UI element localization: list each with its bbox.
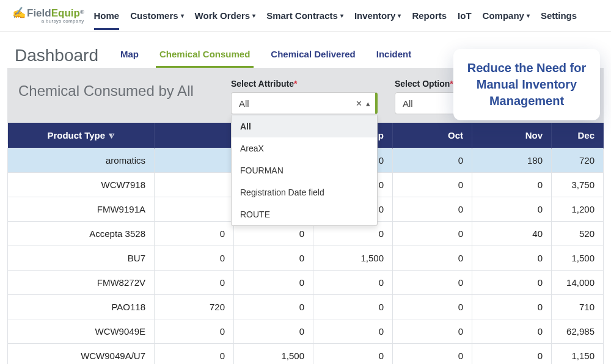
- column-header[interactable]: Dec: [552, 123, 604, 148]
- nav-item-label: Reports: [412, 10, 447, 21]
- column-header[interactable]: Nov: [472, 123, 552, 148]
- nav-item-home[interactable]: Home: [94, 2, 120, 29]
- chevron-down-icon: ▾: [398, 12, 401, 19]
- nav-item-label: Settings: [541, 10, 577, 21]
- cell: [155, 148, 234, 173]
- logo-equip: Equip: [51, 7, 80, 19]
- select-option-value: All: [403, 98, 413, 109]
- cell: 0: [155, 319, 234, 344]
- tab-incident[interactable]: Incident: [375, 43, 413, 68]
- cell: 720: [552, 148, 604, 173]
- column-header-label: Product Type: [47, 130, 105, 140]
- cell: 0: [393, 148, 472, 173]
- cell: 0: [393, 173, 472, 197]
- logo-field: Field: [27, 7, 51, 19]
- cell: 0: [393, 222, 472, 246]
- cell: 0: [313, 295, 393, 319]
- dropdown-item[interactable]: FOURMAN: [232, 159, 377, 181]
- column-header[interactable]: [155, 123, 234, 148]
- cell: 0: [313, 319, 393, 344]
- cell: BU7: [8, 246, 155, 271]
- caret-up-icon[interactable]: ▴: [366, 99, 370, 108]
- nav-item-inventory[interactable]: Inventory▾: [354, 2, 401, 29]
- cell: 0: [313, 344, 393, 365]
- tab-chemical-delivered[interactable]: Chemical Delivered: [269, 43, 356, 68]
- cell: 0: [234, 295, 313, 319]
- callout-card: Reduce the Need for Manual Inventory Man…: [453, 49, 600, 120]
- logo-swirl-icon: ✍: [12, 7, 26, 18]
- cell: 0: [234, 319, 313, 344]
- field-select-option: Select Option* All: [395, 79, 462, 114]
- nav-item-reports[interactable]: Reports: [412, 2, 447, 29]
- cell: 710: [552, 295, 604, 319]
- filter-icon[interactable]: ⧨: [109, 132, 114, 139]
- table-row[interactable]: FMW8272V0000014,000: [8, 271, 604, 295]
- nav-item-company[interactable]: Company▾: [483, 2, 530, 29]
- cell: [155, 173, 234, 197]
- cell: 0: [155, 271, 234, 295]
- cell: 1,200: [552, 197, 604, 222]
- nav-item-smart-contracts[interactable]: Smart Contracts▾: [266, 2, 343, 29]
- cell: [155, 197, 234, 222]
- table-row[interactable]: WCW9049E0000062,985: [8, 319, 604, 344]
- cell: Accepta 3528: [8, 222, 155, 246]
- table-row[interactable]: BU7001,500001,500: [8, 246, 604, 271]
- column-header[interactable]: Product Type⧨: [8, 123, 155, 148]
- top-nav: ✍FieldEquip® a bursys company HomeCustom…: [0, 0, 611, 32]
- cell: WCW9049A/U7: [8, 344, 155, 365]
- tabs: MapChemical ConsumedChemical DeliveredIn…: [119, 43, 412, 68]
- chevron-down-icon: ▾: [527, 12, 530, 19]
- cell: 14,000: [552, 271, 604, 295]
- chevron-down-icon: ▾: [181, 12, 184, 19]
- cell: WCW9049E: [8, 319, 155, 344]
- cell: 0: [155, 344, 234, 365]
- brand-logo[interactable]: ✍FieldEquip® a bursys company: [12, 7, 84, 24]
- cell: 0: [393, 344, 472, 365]
- column-header[interactable]: Oct: [393, 123, 472, 148]
- cell: 0: [155, 222, 234, 246]
- clear-icon[interactable]: ✕: [356, 99, 362, 108]
- label-select-attribute: Select Attribute*: [231, 79, 378, 89]
- nav-items: HomeCustomers▾Work Orders▾Smart Contract…: [94, 2, 577, 29]
- tab-chemical-consumed[interactable]: Chemical Consumed: [158, 43, 251, 68]
- nav-item-label: Home: [94, 10, 120, 21]
- nav-item-customers[interactable]: Customers▾: [130, 2, 183, 29]
- callout-text: Reduce the Need for Manual Inventory Man…: [467, 61, 586, 107]
- dropdown-item[interactable]: AreaX: [232, 137, 377, 159]
- required-asterisk: *: [294, 79, 297, 89]
- cell: 0: [472, 319, 552, 344]
- cell: 0: [234, 271, 313, 295]
- logo-reg: ®: [80, 9, 84, 15]
- nav-item-label: Company: [483, 10, 524, 21]
- cell: 0: [472, 295, 552, 319]
- nav-item-work-orders[interactable]: Work Orders▾: [195, 2, 256, 29]
- cell: 0: [472, 271, 552, 295]
- cell: 520: [552, 222, 604, 246]
- tab-map[interactable]: Map: [119, 43, 140, 68]
- table-row[interactable]: PAO1187200000710: [8, 295, 604, 319]
- dropdown-item[interactable]: All: [232, 115, 377, 137]
- nav-item-settings[interactable]: Settings: [541, 2, 577, 29]
- select-option[interactable]: All: [395, 92, 462, 114]
- required-asterisk: *: [450, 79, 453, 89]
- label-select-option: Select Option*: [395, 79, 462, 89]
- cell: 0: [472, 246, 552, 271]
- logo-subtitle: a bursys company: [42, 19, 84, 24]
- nav-item-iot[interactable]: IoT: [458, 2, 472, 29]
- cell: 0: [472, 344, 552, 365]
- nav-item-label: Inventory: [354, 10, 396, 21]
- dropdown-item[interactable]: Registration Date field: [232, 181, 377, 203]
- dropdown-item[interactable]: ROUTE: [232, 203, 377, 225]
- cell: 0: [472, 197, 552, 222]
- cell: FMW9191A: [8, 197, 155, 222]
- nav-item-label: IoT: [458, 10, 472, 21]
- cell: PAO118: [8, 295, 155, 319]
- table-row[interactable]: WCW9049A/U701,5000001,150: [8, 344, 604, 365]
- cell: 0: [393, 271, 472, 295]
- cell: 180: [472, 148, 552, 173]
- cell: 3,750: [552, 173, 604, 197]
- select-attribute[interactable]: All ✕ ▴: [231, 92, 378, 114]
- cell: 0: [155, 246, 234, 271]
- cell: 1,500: [552, 246, 604, 271]
- cell: FMW8272V: [8, 271, 155, 295]
